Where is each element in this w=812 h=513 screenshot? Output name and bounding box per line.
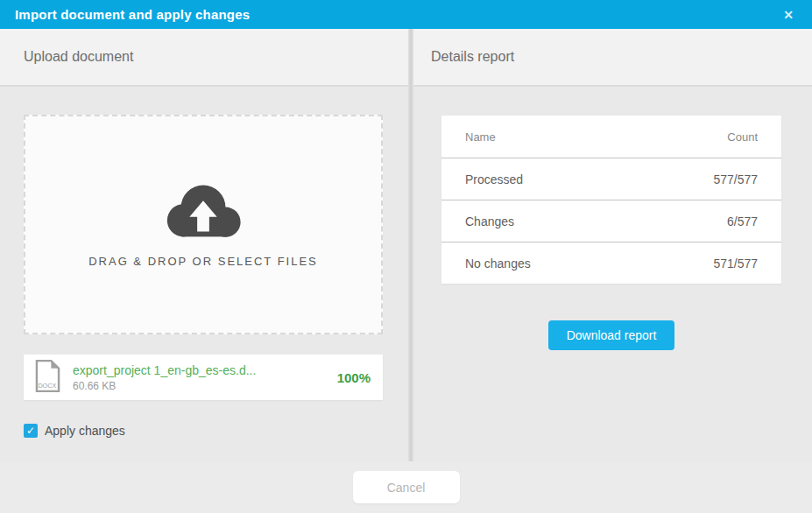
file-info: export_project 1_en-gb_es-es.d... 60.66 … bbox=[73, 363, 328, 392]
cloud-upload-icon bbox=[160, 181, 246, 239]
details-panel: Details report Name Count Processed 577/… bbox=[413, 29, 812, 461]
upload-panel-title: Upload document bbox=[24, 49, 133, 65]
close-icon[interactable]: ✕ bbox=[780, 7, 797, 23]
report-table: Name Count Processed 577/577 Changes 6/5… bbox=[441, 116, 781, 284]
apply-changes-label: Apply changes bbox=[45, 424, 125, 438]
dialog-footer: Cancel bbox=[0, 461, 812, 513]
dialog-body: Upload document bbox=[0, 29, 812, 461]
cancel-button[interactable]: Cancel bbox=[353, 471, 460, 503]
dialog-titlebar: Import document and apply changes ✕ bbox=[0, 0, 812, 29]
details-panel-title: Details report bbox=[431, 49, 514, 65]
file-dropzone[interactable]: DRAG & DROP OR SELECT FILES bbox=[24, 115, 383, 334]
row-count: 577/577 bbox=[713, 172, 758, 186]
docx-file-icon: DOCX bbox=[35, 359, 60, 397]
table-header-row: Name Count bbox=[441, 116, 781, 158]
file-size: 60.66 KB bbox=[73, 380, 328, 392]
upload-panel: Upload document bbox=[0, 29, 408, 461]
dialog-title: Import document and apply changes bbox=[15, 7, 250, 22]
table-row: Changes 6/577 bbox=[441, 200, 781, 242]
file-upload-progress: 100% bbox=[337, 370, 371, 385]
row-count: 571/577 bbox=[713, 256, 758, 271]
file-name: export_project 1_en-gb_es-es.d... bbox=[73, 363, 328, 377]
download-report-button[interactable]: Download report bbox=[548, 320, 674, 350]
column-header-count: Count bbox=[727, 130, 758, 144]
import-dialog: Import document and apply changes ✕ Uplo… bbox=[0, 0, 812, 513]
svg-text:DOCX: DOCX bbox=[38, 382, 56, 390]
apply-changes-row[interactable]: ✓ Apply changes bbox=[24, 424, 383, 438]
row-count: 6/577 bbox=[727, 214, 758, 228]
download-report-container: Download report bbox=[441, 320, 781, 350]
dropzone-label: DRAG & DROP OR SELECT FILES bbox=[88, 255, 318, 268]
table-row: No changes 571/577 bbox=[441, 242, 781, 284]
upload-panel-body: DRAG & DROP OR SELECT FILES DOCX export_… bbox=[0, 87, 408, 461]
row-name: Processed bbox=[465, 172, 523, 186]
details-panel-header: Details report bbox=[413, 29, 812, 87]
row-name: Changes bbox=[465, 214, 514, 228]
apply-changes-checkbox[interactable]: ✓ bbox=[24, 424, 38, 438]
column-header-name: Name bbox=[465, 130, 496, 144]
upload-panel-header: Upload document bbox=[0, 29, 408, 87]
row-name: No changes bbox=[465, 256, 531, 271]
uploaded-file-item: DOCX export_project 1_en-gb_es-es.d... 6… bbox=[24, 355, 383, 400]
details-panel-body: Name Count Processed 577/577 Changes 6/5… bbox=[413, 87, 812, 461]
table-row: Processed 577/577 bbox=[441, 158, 781, 200]
